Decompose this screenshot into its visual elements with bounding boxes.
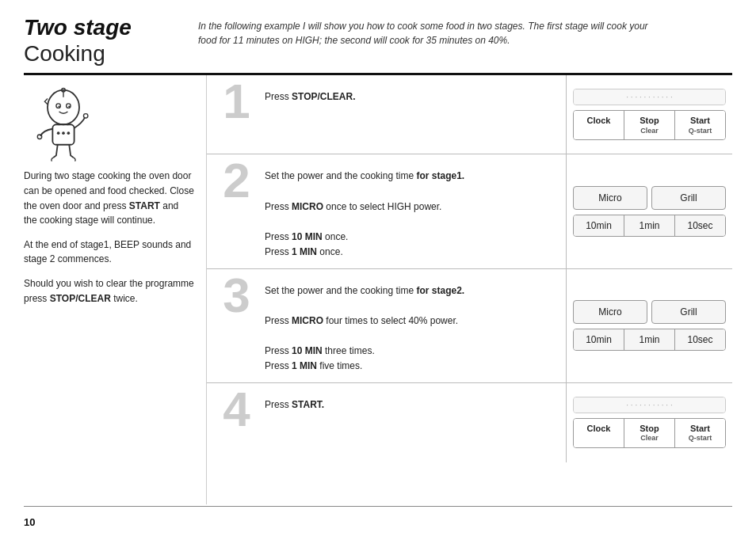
step3-micro-grill-row: Micro Grill xyxy=(573,300,726,324)
10sec-button-3[interactable]: 10sec xyxy=(675,329,725,350)
stop-clear-bold: STOP/CLEAR xyxy=(50,293,111,304)
grill-button-3[interactable]: Grill xyxy=(651,300,726,324)
title-italic: Two stage xyxy=(24,16,166,40)
10sec-button-2[interactable]: 10sec xyxy=(675,215,725,236)
step-row-1: 1 Press STOP/CLEAR. · · · · · · · · · · … xyxy=(207,75,732,154)
title-normal: Cooking xyxy=(24,40,166,67)
right-content: 1 Press STOP/CLEAR. · · · · · · · · · · … xyxy=(206,75,732,504)
step-row-4: 4 Press START. · · · · · · · · · · · Clo… xyxy=(207,383,732,462)
svg-point-11 xyxy=(37,135,41,139)
grill-button-2[interactable]: Grill xyxy=(651,186,726,210)
step-1-buttons: · · · · · · · · · · · Clock StopClear St… xyxy=(566,75,732,154)
step2-micro-grill-row: Micro Grill xyxy=(573,186,726,210)
10min-button-2[interactable]: 10min xyxy=(574,215,624,236)
stop-clear-button[interactable]: StopClear xyxy=(624,111,675,139)
step-4-text: Press START. xyxy=(265,393,324,413)
step-2-buttons: Micro Grill 10min 1min 10sec xyxy=(566,154,732,268)
left-para3: Should you wish to clear the programme p… xyxy=(24,276,194,306)
step4-start: START. xyxy=(292,399,324,410)
left-panel: During two stage cooking the oven door c… xyxy=(24,75,206,504)
step-2-text: Set the power and the cooking time for s… xyxy=(265,164,464,260)
1min-button-2[interactable]: 1min xyxy=(624,215,675,236)
clock-button[interactable]: Clock xyxy=(574,111,624,139)
step3-10min: 10 MIN xyxy=(292,345,323,356)
step3-time-row: 10min 1min 10sec xyxy=(573,329,726,351)
header-title: Two stage Cooking xyxy=(24,16,166,67)
step3-1min: 1 MIN xyxy=(292,360,317,371)
left-text: During two stage cooking the oven door c… xyxy=(24,169,194,306)
step3-for-stage2: for stage2. xyxy=(416,285,464,296)
step-1-middle: 1 Press STOP/CLEAR. xyxy=(207,75,566,154)
start-qstart-button-4[interactable]: StartQ-start xyxy=(675,419,725,447)
step3-micro: MICRO xyxy=(292,315,323,326)
10min-button-3[interactable]: 10min xyxy=(574,329,624,350)
stop-clear-button-4[interactable]: StopClear xyxy=(624,419,675,447)
clock-button-4[interactable]: Clock xyxy=(574,419,624,447)
step2-micro: MICRO xyxy=(292,201,323,212)
step2-1min: 1 MIN xyxy=(292,246,317,257)
step-4-middle: 4 Press START. xyxy=(207,383,566,462)
svg-point-15 xyxy=(67,132,71,135)
step2-10min: 10 MIN xyxy=(292,231,323,242)
step-row-2: 2 Set the power and the cooking time for… xyxy=(207,154,732,268)
step-3-buttons: Micro Grill 10min 1min 10sec xyxy=(566,269,732,382)
header-description: In the following example I will show you… xyxy=(198,16,658,48)
step2-time-row: 10min 1min 10sec xyxy=(573,215,726,237)
step-number-1: 1 xyxy=(215,81,258,123)
step-2-middle: 2 Set the power and the cooking time for… xyxy=(207,154,566,268)
step1-stop-clear: STOP/CLEAR. xyxy=(292,91,355,102)
svg-point-1 xyxy=(56,104,60,108)
left-para2: At the end of stage1, BEEP sounds and st… xyxy=(24,238,194,267)
svg-point-3 xyxy=(58,106,59,108)
svg-point-12 xyxy=(83,114,87,118)
step-3-text: Set the power and the cooking time for s… xyxy=(265,279,464,375)
content: During two stage cooking the oven door c… xyxy=(24,75,732,504)
left-para1: During two stage cooking the oven door c… xyxy=(24,169,194,227)
step4-btn-panel: Clock StopClear StartQ-start xyxy=(573,418,726,448)
step-number-3: 3 xyxy=(215,275,258,317)
svg-point-2 xyxy=(67,104,71,108)
start-bold: START xyxy=(129,200,160,211)
svg-point-13 xyxy=(57,132,60,135)
page-number: 10 xyxy=(24,510,35,528)
header: Two stage Cooking In the following examp… xyxy=(24,16,732,75)
svg-point-4 xyxy=(68,106,70,108)
svg-point-14 xyxy=(62,132,65,135)
step2-for-stage1: for stage1. xyxy=(416,170,464,181)
step1-btn-panel: Clock StopClear StartQ-start xyxy=(573,110,726,140)
step-number-4: 4 xyxy=(215,389,258,431)
step-3-middle: 3 Set the power and the cooking time for… xyxy=(207,269,566,382)
start-qstart-button[interactable]: StartQ-start xyxy=(675,111,725,139)
step-1-text: Press STOP/CLEAR. xyxy=(265,85,355,105)
page: Two stage Cooking In the following examp… xyxy=(0,0,756,540)
step-number-2: 2 xyxy=(215,160,258,202)
step-4-buttons: · · · · · · · · · · · Clock StopClear St… xyxy=(566,383,732,462)
micro-button-2[interactable]: Micro xyxy=(573,186,647,210)
step1-partial-top: · · · · · · · · · · · xyxy=(573,89,726,105)
mascot-icon xyxy=(24,87,103,166)
1min-button-3[interactable]: 1min xyxy=(624,329,675,350)
step4-partial-top: · · · · · · · · · · · xyxy=(573,397,726,413)
micro-button-3[interactable]: Micro xyxy=(573,300,647,324)
step-row-3: 3 Set the power and the cooking time for… xyxy=(207,269,732,383)
bottom-bar: 10 xyxy=(24,506,732,528)
